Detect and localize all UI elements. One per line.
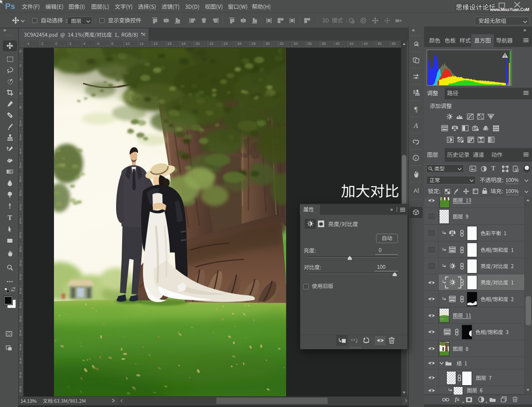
svg-text:T: T: [8, 214, 12, 221]
svg-text:A: A: [414, 187, 418, 194]
svg-text:A: A: [413, 122, 418, 129]
svg-text:¶: ¶: [414, 106, 418, 113]
